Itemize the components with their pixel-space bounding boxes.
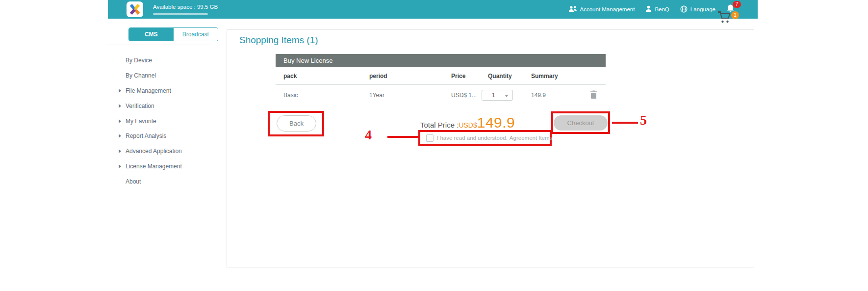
nav-label: Advanced Application (126, 148, 182, 155)
total-price-value: 149.9 (477, 114, 515, 131)
chevron-down-icon (505, 95, 509, 97)
expand-arrow-icon (119, 104, 121, 108)
cell-quantity: 1 (482, 90, 531, 101)
sidebar-item-verification[interactable]: Verification (108, 98, 210, 113)
cell-price: USD$ 1... (451, 92, 482, 99)
annotation-line-5 (612, 122, 638, 124)
checkout-button[interactable]: Checkout (554, 115, 608, 131)
col-pack: pack (276, 73, 369, 79)
col-summary: Summary (531, 73, 581, 79)
app-window: Available space : 99.5 GB Account Manage… (108, 0, 758, 291)
nav-label: My Favorite (126, 118, 156, 125)
expand-arrow-icon (119, 119, 121, 123)
annotation-box-checkout: Checkout (551, 111, 610, 134)
expand-arrow-icon (119, 89, 121, 93)
sidebar: CMS Broadcast By Device By Channel File … (108, 19, 210, 291)
user-name-label: BenQ (655, 6, 669, 12)
expand-arrow-icon (119, 134, 121, 138)
cell-pack: Basic (276, 92, 369, 99)
nav-label: Report Analysis (126, 132, 166, 139)
users-icon (568, 5, 577, 13)
sidebar-divider (108, 45, 210, 45)
table-header-row: pack period Price Quantity Summary (276, 67, 606, 85)
account-management-label: Account Management (580, 6, 635, 12)
xsign-logo-icon[interactable] (127, 1, 143, 17)
sidebar-item-report-analysis[interactable]: Report Analysis (108, 129, 210, 144)
sidebar-item-file-management[interactable]: File Management (108, 83, 210, 99)
nav-label: By Device (126, 57, 152, 64)
globe-icon (680, 5, 688, 14)
shopping-table: Buy New License pack period Price Quanti… (276, 54, 606, 106)
annotation-step-5: 5 (640, 112, 647, 128)
quantity-select[interactable]: 1 (482, 90, 513, 101)
nav-label: By Channel (126, 72, 156, 79)
nav-label: File Management (126, 87, 171, 94)
section-title: Shopping Items (1) (239, 35, 318, 46)
sidebar-nav: By Device By Channel File Management Ver… (108, 53, 210, 189)
agreement-text: I have read and understood. (437, 135, 508, 141)
total-price-label: Total Price : (420, 121, 459, 129)
back-button[interactable]: Back (277, 115, 316, 132)
agreement-items-link[interactable]: Agreement Items (510, 135, 553, 141)
cell-actions (581, 90, 606, 101)
annotation-step-4: 4 (365, 127, 372, 143)
agreement-checkbox[interactable] (426, 134, 434, 142)
cell-period: 1Year (369, 92, 451, 99)
tab-cms[interactable]: CMS (129, 28, 174, 41)
cart-icon (717, 17, 732, 25)
topbar: Available space : 99.5 GB Account Manage… (108, 0, 758, 19)
nav-label: License Management (126, 163, 182, 170)
sidebar-item-by-device[interactable]: By Device (108, 53, 210, 68)
annotation-line-4 (387, 136, 418, 138)
user-menu[interactable]: BenQ (645, 5, 669, 13)
expand-arrow-icon (119, 149, 121, 153)
tab-broadcast[interactable]: Broadcast (174, 28, 218, 41)
account-management-menu[interactable]: Account Management (568, 5, 635, 13)
sidebar-item-advanced-application[interactable]: Advanced Application (108, 144, 210, 159)
available-space-progressbar (153, 13, 208, 15)
table-title-bar: Buy New License (276, 54, 606, 67)
available-space-label: Available space : 99.5 GB (153, 4, 218, 10)
annotation-box-agreement: I have read and understood. Agreement It… (418, 130, 552, 146)
content-panel: Shopping Items (1) Buy New License pack … (227, 29, 754, 267)
cart-count-badge: 1 (731, 11, 739, 19)
cart-button[interactable]: 1 (717, 11, 739, 26)
total-price: Total Price : USD$ 149.9 (420, 114, 533, 131)
nav-label: Verification (126, 103, 154, 109)
col-price: Price (451, 73, 482, 79)
trash-icon[interactable] (590, 90, 597, 101)
table-row: Basic 1Year USD$ 1... 1 149.9 (276, 85, 606, 106)
language-label: Language (690, 6, 715, 12)
sidebar-item-license-management[interactable]: License Management (108, 159, 210, 174)
user-icon (645, 5, 652, 13)
notification-count-badge: 7 (733, 1, 741, 8)
sidebar-tabgroup: CMS Broadcast (128, 27, 218, 41)
language-menu[interactable]: Language (680, 5, 715, 14)
currency-label: USD$ (459, 121, 477, 129)
sidebar-item-about[interactable]: About (108, 174, 210, 189)
quantity-value: 1 (492, 92, 495, 99)
col-quantity: Quantity (482, 73, 531, 79)
nav-label: About (126, 178, 141, 185)
col-period: period (369, 73, 451, 79)
sidebar-item-by-channel[interactable]: By Channel (108, 68, 210, 83)
cell-summary: 149.9 (531, 92, 581, 99)
expand-arrow-icon (119, 164, 121, 168)
annotation-box-back: Back (268, 111, 324, 136)
sidebar-item-my-favorite[interactable]: My Favorite (108, 113, 210, 129)
